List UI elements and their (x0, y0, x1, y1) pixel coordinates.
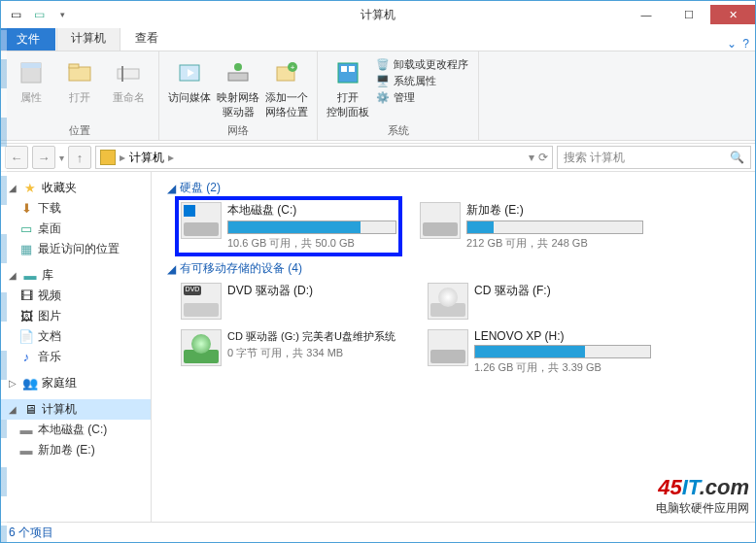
svg-rect-8 (228, 73, 248, 81)
close-button[interactable]: ✕ (710, 5, 755, 24)
manage-icon: ⚙️ (376, 91, 390, 104)
sysprops-icon: 🖥️ (376, 75, 390, 87)
sidebar-library[interactable]: ◢▬库 (1, 265, 151, 286)
drive-g[interactable]: CD 驱动器 (G:) 完美者U盘维护系统 0 字节 可用，共 334 MB (181, 329, 404, 375)
chevron-right-icon: ▷ (9, 378, 18, 389)
drive-f[interactable]: CD 驱动器 (F:) (428, 283, 651, 320)
properties-button[interactable]: 属性 (7, 53, 55, 121)
tab-view[interactable]: 查看 (121, 26, 172, 51)
ribbon-tabs: 文件 计算机 查看 ⌄ ? (1, 28, 755, 51)
add-location-button[interactable]: + 添加一个 网络位置 (262, 53, 311, 121)
recent-icon: ▦ (18, 242, 34, 257)
drive-g-stats: 0 字节 可用，共 334 MB (227, 346, 404, 360)
svg-rect-14 (341, 66, 347, 72)
drive-d-name: DVD 驱动器 (D:) (227, 283, 404, 299)
sidebar-videos[interactable]: 🎞视频 (1, 286, 151, 306)
media-icon (174, 57, 205, 88)
sidebar-disk-c[interactable]: ▬本地磁盘 (C:) (1, 420, 151, 440)
drive-d[interactable]: DVD DVD 驱动器 (D:) (181, 283, 404, 320)
properties-icon (16, 57, 47, 88)
sidebar-disk-e[interactable]: ▬新加卷 (E:) (1, 440, 151, 460)
breadcrumb-dropdown-icon[interactable]: ▾ (529, 151, 534, 164)
address-bar: ← → ▾ ↑ ▸ 计算机 ▸ ▾ ⟳ 搜索 计算机 🔍 (1, 143, 755, 172)
sidebar-downloads[interactable]: ⬇下载 (1, 198, 151, 219)
ribbon-expand-icon[interactable]: ⌄ (727, 37, 737, 51)
breadcrumb-root[interactable]: 计算机 (129, 150, 164, 166)
minimize-button[interactable]: — (625, 5, 668, 24)
chevron-down-icon: ◢ (9, 270, 18, 281)
tab-file[interactable]: 文件 (1, 27, 55, 51)
sidebar-music[interactable]: ♪音乐 (1, 347, 151, 367)
drive-h[interactable]: LENOVO XP (H:) 1.26 GB 可用，共 3.39 GB (428, 329, 651, 375)
search-icon: 🔍 (730, 151, 744, 164)
sidebar-documents[interactable]: 📄文档 (1, 326, 151, 347)
refresh-icon[interactable]: ⟳ (538, 151, 548, 164)
window-title: 计算机 (361, 7, 395, 23)
maximize-button[interactable]: ☐ (668, 5, 710, 24)
sidebar-computer[interactable]: ◢🖥计算机 (1, 399, 151, 420)
breadcrumb-sep-icon: ▸ (168, 151, 174, 164)
help-icon[interactable]: ? (742, 37, 749, 51)
content-pane: ◢硬盘 (2) 本地磁盘 (C:) 10.6 GB 可用，共 50.0 GB 新… (152, 172, 755, 522)
drive-c-name: 本地磁盘 (C:) (227, 202, 396, 219)
sidebar-pictures[interactable]: 🖼图片 (1, 306, 151, 326)
group-label-location: 位置 (7, 121, 153, 140)
hdd-icon (181, 202, 222, 239)
watermark-logo: 45IT.com (656, 475, 749, 500)
chevron-down-icon: ◢ (167, 182, 176, 195)
cd-icon (428, 283, 468, 320)
disk-icon: ▬ (18, 423, 34, 438)
tab-computer[interactable]: 计算机 (56, 25, 120, 51)
access-media-button[interactable]: 访问媒体 (165, 53, 214, 121)
drive-e[interactable]: 新加卷 (E:) 212 GB 可用，共 248 GB (420, 202, 643, 251)
qat-properties-icon[interactable]: ▭ (5, 4, 26, 25)
drive-f-name: CD 驱动器 (F:) (474, 283, 651, 299)
drive-c[interactable]: 本地磁盘 (C:) 10.6 GB 可用，共 50.0 GB (177, 198, 400, 255)
dvd-icon: DVD (181, 283, 222, 320)
sidebar-recent[interactable]: ▦最近访问的位置 (1, 239, 151, 259)
chevron-down-icon: ◢ (9, 183, 18, 193)
sidebar: ◢★收藏夹 ⬇下载 ▭桌面 ▦最近访问的位置 ◢▬库 🎞视频 🖼图片 📄文档 ♪… (1, 172, 152, 522)
group-header-removable[interactable]: ◢有可移动存储的设备 (4) (167, 260, 745, 277)
control-panel-icon (332, 57, 363, 88)
drive-c-bar (227, 221, 396, 234)
manage-button[interactable]: ⚙️管理 (376, 90, 468, 105)
ribbon-group-location: 属性 打开 重命名 位置 (1, 51, 159, 140)
open-icon (64, 57, 95, 88)
drive-h-stats: 1.26 GB 可用，共 3.39 GB (474, 360, 651, 375)
usb-icon (428, 329, 468, 366)
ribbon: 属性 打开 重命名 位置 访问媒体 映射网络 驱动器 + (1, 51, 755, 141)
map-drive-button[interactable]: 映射网络 驱动器 (214, 53, 262, 121)
ribbon-group-system: 打开 控制面板 🗑️卸载或更改程序 🖥️系统属性 ⚙️管理 系统 (318, 51, 479, 140)
history-dropdown-icon[interactable]: ▾ (59, 153, 64, 163)
qat-dropdown-icon[interactable]: ▾ (52, 4, 73, 25)
back-button[interactable]: ← (5, 146, 28, 169)
control-panel-button[interactable]: 打开 控制面板 (324, 53, 372, 121)
video-icon: 🎞 (18, 288, 34, 304)
breadcrumb[interactable]: ▸ 计算机 ▸ ▾ ⟳ (95, 146, 553, 169)
computer-icon: 🖥 (22, 402, 38, 418)
forward-button[interactable]: → (32, 146, 55, 169)
svg-rect-15 (349, 66, 355, 72)
svg-text:+: + (291, 63, 295, 72)
disk-icon: ▬ (18, 443, 34, 458)
drive-e-name: 新加卷 (E:) (466, 202, 643, 219)
status-text: 6 个项目 (9, 525, 53, 541)
uninstall-button[interactable]: 🗑️卸载或更改程序 (376, 57, 468, 72)
titlebar: ▭ ▭ ▾ 计算机 — ☐ ✕ (1, 1, 755, 28)
main-area: ◢★收藏夹 ⬇下载 ▭桌面 ▦最近访问的位置 ◢▬库 🎞视频 🖼图片 📄文档 ♪… (1, 172, 755, 522)
rename-button[interactable]: 重命名 (104, 53, 153, 121)
sidebar-desktop[interactable]: ▭桌面 (1, 219, 151, 239)
open-button[interactable]: 打开 (55, 53, 104, 121)
up-button[interactable]: ↑ (68, 146, 91, 169)
qat-newfolder-icon[interactable]: ▭ (28, 4, 50, 25)
system-props-button[interactable]: 🖥️系统属性 (376, 74, 468, 88)
search-input[interactable]: 搜索 计算机 🔍 (557, 146, 751, 169)
music-icon: ♪ (18, 350, 34, 365)
rename-icon (113, 57, 144, 88)
group-header-hdd[interactable]: ◢硬盘 (2) (167, 180, 745, 196)
drive-e-bar (466, 221, 643, 234)
sidebar-favorites[interactable]: ◢★收藏夹 (1, 178, 151, 198)
download-icon: ⬇ (18, 201, 34, 217)
sidebar-homegroup[interactable]: ▷👥家庭组 (1, 373, 151, 393)
